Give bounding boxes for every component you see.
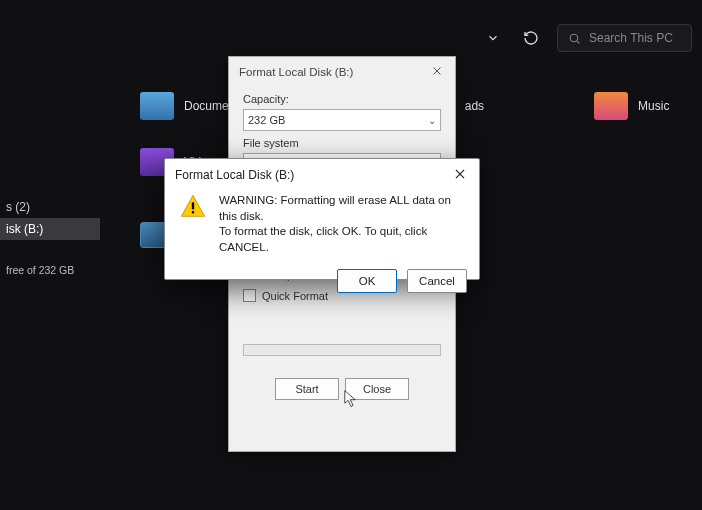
svg-rect-6 bbox=[192, 202, 194, 209]
folder-label: Music bbox=[638, 99, 669, 113]
svg-rect-7 bbox=[192, 211, 194, 213]
warning-titlebar: Format Local Disk (B:) bbox=[165, 159, 479, 189]
start-button[interactable]: Start bbox=[275, 378, 339, 400]
documents-icon bbox=[140, 92, 174, 120]
explorer-topbar: Search This PC bbox=[481, 24, 692, 52]
svg-line-1 bbox=[577, 41, 579, 43]
music-icon bbox=[594, 92, 628, 120]
chevron-down-icon: ⌄ bbox=[428, 115, 436, 126]
close-icon[interactable] bbox=[431, 65, 445, 79]
disk-free-text: free of 232 GB bbox=[0, 258, 100, 282]
folder-music[interactable]: Music bbox=[594, 92, 669, 120]
format-dialog-titlebar: Format Local Disk (B:) bbox=[229, 57, 455, 87]
capacity-value: 232 GB bbox=[248, 114, 285, 126]
warning-line1: WARNING: Formatting will erase ALL data … bbox=[219, 193, 465, 224]
filesystem-label: File system bbox=[243, 137, 441, 149]
capacity-label: Capacity: bbox=[243, 93, 441, 105]
cancel-button[interactable]: Cancel bbox=[407, 269, 467, 293]
format-dialog-title: Format Local Disk (B:) bbox=[239, 66, 353, 78]
warning-text: WARNING: Formatting will erase ALL data … bbox=[219, 193, 465, 255]
nav-tree-fragment: s (2) isk (B:) free of 232 GB bbox=[0, 196, 100, 282]
capacity-select[interactable]: 232 GB ⌄ bbox=[243, 109, 441, 131]
folder-label: ads bbox=[465, 99, 484, 113]
close-button[interactable]: Close bbox=[345, 378, 409, 400]
close-icon[interactable] bbox=[453, 167, 469, 183]
warning-title: Format Local Disk (B:) bbox=[175, 168, 294, 182]
warning-line2: To format the disk, click OK. To quit, c… bbox=[219, 224, 465, 255]
tree-line-selected[interactable]: isk (B:) bbox=[0, 218, 100, 240]
tree-line[interactable]: s (2) bbox=[0, 196, 100, 218]
svg-point-0 bbox=[570, 34, 578, 42]
warning-icon bbox=[179, 193, 207, 221]
folder-downloads[interactable]: ads bbox=[465, 92, 484, 120]
chevron-down-icon[interactable] bbox=[481, 26, 505, 50]
format-warning-dialog: Format Local Disk (B:) WARNING: Formatti… bbox=[164, 158, 480, 280]
format-progressbar bbox=[243, 344, 441, 356]
search-placeholder: Search This PC bbox=[589, 31, 673, 45]
refresh-icon[interactable] bbox=[519, 26, 543, 50]
search-input[interactable]: Search This PC bbox=[557, 24, 692, 52]
ok-button[interactable]: OK bbox=[337, 269, 397, 293]
